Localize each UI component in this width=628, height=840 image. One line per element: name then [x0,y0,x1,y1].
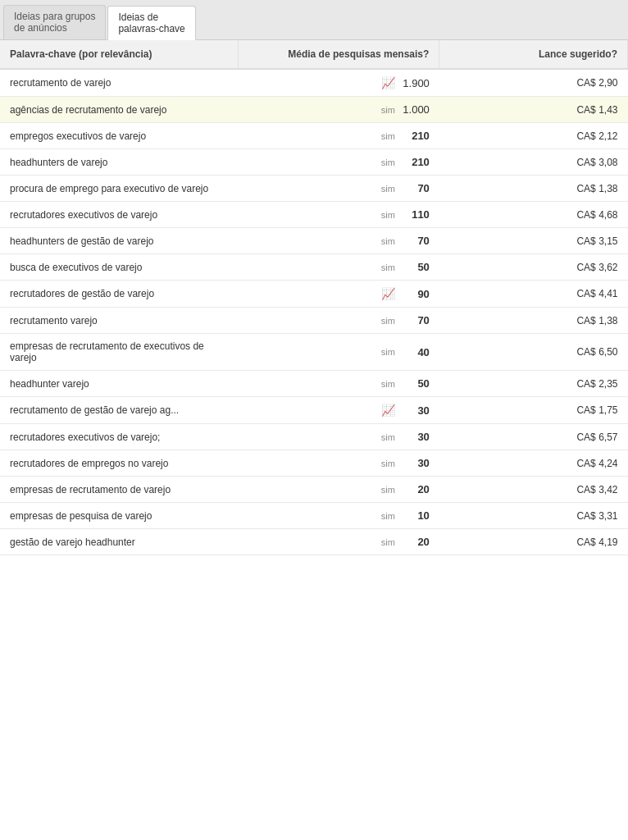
chart-icon: 📈 [381,404,395,417]
sim-label: sim [381,158,395,167]
sim-label: sim [381,459,395,468]
avg-number: 70 [400,314,430,326]
keyword-cell: empresas de recrutamento de executivos d… [0,334,239,371]
avg-cell: sim70 [239,308,439,334]
bid-cell: CA$ 1,75 [439,397,628,424]
avg-cell: sim70 [239,176,439,202]
table-row: busca de executivos de varejosim50CA$ 3,… [0,254,628,281]
table-row: empresas de recrutamento de varejosim20C… [0,477,628,503]
table-row: empresas de pesquisa de varejosim10CA$ 3… [0,503,628,529]
avg-cell: sim10 [239,503,439,529]
sim-label: sim [381,210,395,220]
avg-number: 40 [400,346,430,358]
bid-cell: CA$ 2,35 [439,371,628,397]
sim-label: sim [381,131,395,141]
avg-cell: sim20 [239,529,439,555]
sim-label: sim [381,347,395,357]
avg-cell: sim50 [239,254,439,281]
keyword-cell: agências de recrutamento de varejo [0,97,239,123]
avg-cell: sim210 [239,149,439,176]
avg-cell: sim50 [239,371,439,397]
avg-cell: 📈30 [239,397,439,424]
keyword-cell: headhunter varejo [0,371,239,397]
keyword-cell: recrutadores de empregos no varejo [0,450,239,477]
table-row: headhunters de varejosim210CA$ 3,08 [0,149,628,176]
avg-number: 70 [400,235,430,247]
avg-cell: 📈1.900 [239,69,439,97]
avg-number: 20 [400,536,430,548]
avg-number: 20 [400,483,430,495]
bid-cell: CA$ 4,24 [439,450,628,477]
table-row: agências de recrutamento de varejosim1.0… [0,97,628,123]
table-row: recrutadores executivos de varejo;sim30C… [0,424,628,450]
bid-cell: CA$ 3,15 [439,228,628,254]
keyword-cell: procura de emprego para executivo de var… [0,176,239,202]
keyword-cell: empresas de recrutamento de varejo [0,477,239,503]
page-wrapper: Ideias para gruposde anúncios Ideias dep… [0,0,628,840]
table-row: recrutadores executivos de varejosim110C… [0,202,628,228]
keywords-table: Palavra-chave (por relevância) Média de … [0,40,628,555]
table-row: recrutamento varejosim70CA$ 1,38 [0,308,628,334]
bid-cell: CA$ 3,08 [439,149,628,176]
avg-cell: sim210 [239,123,439,149]
chart-icon: 📈 [381,287,395,300]
bid-cell: CA$ 3,62 [439,254,628,281]
sim-label: sim [381,184,395,194]
keyword-cell: recrutadores executivos de varejo [0,202,239,228]
tabs-bar: Ideias para gruposde anúncios Ideias dep… [0,0,628,40]
bid-cell: CA$ 1,43 [439,97,628,123]
avg-cell: sim30 [239,450,439,477]
keyword-cell: empregos executivos de varejo [0,123,239,149]
bid-cell: CA$ 1,38 [439,176,628,202]
table-row: recrutadores de empregos no varejosim30C… [0,450,628,477]
table-row: headhunters de gestão de varejosim70CA$ … [0,228,628,254]
avg-number: 1.000 [400,103,430,116]
avg-number: 50 [400,377,430,390]
avg-cell: sim20 [239,477,439,503]
avg-number: 1.900 [400,77,430,89]
avg-cell: sim70 [239,228,439,254]
avg-cell: 📈90 [239,281,439,308]
keyword-cell: headhunters de varejo [0,149,239,176]
avg-number: 50 [400,261,430,273]
table-row: empregos executivos de varejosim210CA$ 2… [0,123,628,149]
table-row: headhunter varejosim50CA$ 2,35 [0,371,628,397]
keyword-cell: recrutadores de gestão de varejo [0,281,239,308]
avg-number: 210 [400,130,430,142]
avg-cell: sim110 [239,202,439,228]
table-row: empresas de recrutamento de executivos d… [0,334,628,371]
table-row: procura de emprego para executivo de var… [0,176,628,202]
header-avg: Média de pesquisas mensais? [239,40,439,69]
sim-label: sim [381,537,395,547]
sim-label: sim [381,316,395,326]
keyword-cell: busca de executivos de varejo [0,254,239,281]
table-row: gestão de varejo headhuntersim20CA$ 4,19 [0,529,628,555]
avg-number: 210 [400,156,430,168]
chart-icon: 📈 [381,76,395,89]
sim-label: sim [381,485,395,495]
keyword-cell: headhunters de gestão de varejo [0,228,239,254]
header-bid: Lance sugerido? [439,40,628,69]
avg-number: 70 [400,182,430,194]
keyword-cell: recrutamento varejo [0,308,239,334]
bid-cell: CA$ 2,90 [439,69,628,97]
bid-cell: CA$ 4,41 [439,281,628,308]
table-row: recrutadores de gestão de varejo📈90CA$ 4… [0,281,628,308]
bid-cell: CA$ 2,12 [439,123,628,149]
avg-cell: sim40 [239,334,439,371]
bid-cell: CA$ 4,68 [439,202,628,228]
header-keyword: Palavra-chave (por relevância) [0,40,239,69]
bid-cell: CA$ 3,42 [439,477,628,503]
bid-cell: CA$ 6,50 [439,334,628,371]
keyword-cell: recrutadores executivos de varejo; [0,424,239,450]
bid-cell: CA$ 3,31 [439,503,628,529]
sim-label: sim [381,236,395,246]
sim-label: sim [381,105,395,115]
tab-ad-groups[interactable]: Ideias para gruposde anúncios [3,5,106,39]
avg-number: 10 [400,509,430,522]
keyword-cell: empresas de pesquisa de varejo [0,503,239,529]
tab-keywords[interactable]: Ideias depalavras-chave [107,6,195,40]
sim-label: sim [381,432,395,442]
avg-number: 90 [400,288,430,300]
bid-cell: CA$ 1,38 [439,308,628,334]
